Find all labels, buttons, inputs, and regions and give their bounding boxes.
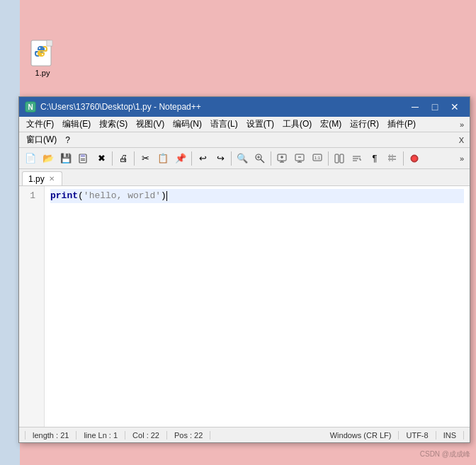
print-button[interactable]: 🖨 bbox=[115, 150, 132, 167]
paren-close: ) bbox=[161, 189, 166, 203]
keyword-print: print bbox=[50, 189, 78, 203]
app-icon: N bbox=[25, 101, 36, 113]
toolbar-sep-7 bbox=[403, 151, 404, 166]
toolbar: 📄 📂 💾 ✖ 🖨 ✂ 📋 📌 ↩ ↪ 🔍 bbox=[19, 148, 470, 169]
status-bar: length : 21 line Ln : 1 Col : 22 Pos : 2… bbox=[19, 427, 470, 442]
code-editor[interactable]: print('hello, world') bbox=[45, 186, 470, 427]
restore-zoom-button[interactable]: 1:1 bbox=[309, 150, 326, 167]
menu-bar-2: 窗口(W) ? X bbox=[19, 132, 470, 148]
menu-bar2-close[interactable]: X bbox=[456, 134, 467, 146]
sync-scroll-button[interactable] bbox=[331, 150, 348, 167]
macro-record-button[interactable] bbox=[406, 150, 423, 167]
status-ins: INS bbox=[436, 431, 464, 440]
open-button[interactable]: 📂 bbox=[40, 150, 57, 167]
menu-help[interactable]: ? bbox=[61, 134, 74, 147]
save-button[interactable]: 💾 bbox=[57, 150, 74, 167]
python-file-image bbox=[28, 39, 57, 67]
undo-button[interactable]: ↩ bbox=[194, 150, 211, 167]
menu-file[interactable]: 文件(F) bbox=[22, 117, 58, 132]
new-button[interactable]: 📄 bbox=[22, 150, 39, 167]
tab-1py[interactable]: 1.py ✕ bbox=[22, 171, 62, 185]
desktop: 1.py N C:\Users\13760\Desktop\1.py - Not… bbox=[0, 0, 476, 465]
toolbar-sep-6 bbox=[328, 151, 329, 166]
paren-open: ( bbox=[78, 189, 84, 203]
zoom-in-button[interactable] bbox=[273, 150, 290, 167]
menu-bar-1: 文件(F) 编辑(E) 搜索(S) 视图(V) 编码(N) 语言(L) 设置(T… bbox=[19, 117, 470, 132]
svg-line-10 bbox=[261, 159, 264, 163]
string-hello: 'hello, world' bbox=[84, 189, 161, 203]
tab-bar: 1.py ✕ bbox=[19, 169, 470, 186]
status-col: Col : 22 bbox=[125, 431, 167, 440]
toolbar-overflow[interactable]: » bbox=[457, 153, 467, 164]
svg-rect-24 bbox=[335, 154, 339, 163]
npp-window: N C:\Users\13760\Desktop\1.py - Notepad+… bbox=[18, 96, 470, 443]
menu-window[interactable]: 窗口(W) bbox=[22, 132, 61, 147]
python-file-icon[interactable]: 1.py bbox=[23, 39, 62, 77]
tab-label: 1.py bbox=[28, 174, 45, 184]
status-length: length : 21 bbox=[25, 431, 76, 440]
menu-macro[interactable]: 宏(M) bbox=[316, 117, 346, 132]
toolbar-sep-1 bbox=[112, 151, 113, 166]
menu-plugins[interactable]: 插件(P) bbox=[383, 117, 420, 132]
title-bar: N C:\Users\13760\Desktop\1.py - Notepad+… bbox=[19, 97, 470, 117]
svg-rect-6 bbox=[81, 154, 85, 157]
maximize-button[interactable]: □ bbox=[426, 100, 444, 114]
menu-tools[interactable]: 工具(O) bbox=[278, 117, 316, 132]
redo-button[interactable]: ↪ bbox=[212, 150, 229, 167]
svg-rect-7 bbox=[81, 159, 85, 159]
find-next-button[interactable] bbox=[251, 150, 268, 167]
menu-view[interactable]: 视图(V) bbox=[132, 117, 169, 132]
status-right-group: Windows (CR LF) UTF-8 INS bbox=[323, 431, 464, 440]
minimize-button[interactable]: ─ bbox=[406, 100, 424, 114]
window-title: C:\Users\13760\Desktop\1.py - Notepad++ bbox=[40, 102, 406, 112]
menu-overflow[interactable]: » bbox=[457, 119, 467, 130]
svg-point-34 bbox=[412, 156, 416, 161]
code-line-1: print('hello, world') bbox=[50, 189, 464, 203]
window-controls: ─ □ ✕ bbox=[406, 100, 464, 114]
toolbar-sep-5 bbox=[271, 151, 271, 166]
find-button[interactable]: 🔍 bbox=[234, 150, 251, 167]
watermark: CSDN @成成峰 bbox=[420, 449, 470, 459]
paste-button[interactable]: 📌 bbox=[172, 150, 189, 167]
desktop-icon-label: 1.py bbox=[23, 69, 62, 77]
svg-rect-8 bbox=[81, 160, 85, 161]
line-numbers: 1 bbox=[19, 186, 45, 427]
close-button[interactable]: ✕ bbox=[446, 100, 464, 114]
status-encoding: UTF-8 bbox=[399, 431, 436, 440]
menu-settings[interactable]: 设置(T) bbox=[242, 117, 278, 132]
menu-edit[interactable]: 编辑(E) bbox=[58, 117, 95, 132]
toolbar-sep-4 bbox=[231, 151, 232, 166]
word-wrap-button[interactable] bbox=[348, 150, 366, 167]
line-number-1: 1 bbox=[19, 189, 40, 203]
toolbar-sep-2 bbox=[134, 151, 135, 166]
close-file-button[interactable]: ✖ bbox=[93, 150, 110, 167]
status-line: line Ln : 1 bbox=[76, 431, 125, 440]
menu-search[interactable]: 搜索(S) bbox=[95, 117, 132, 132]
tab-close-button[interactable]: ✕ bbox=[47, 175, 56, 183]
svg-text:N: N bbox=[28, 103, 33, 111]
text-cursor bbox=[166, 189, 167, 203]
cut-button[interactable]: ✂ bbox=[137, 150, 154, 167]
copy-button[interactable]: 📋 bbox=[154, 150, 171, 167]
all-chars-button[interactable]: ¶ bbox=[366, 150, 383, 167]
svg-rect-25 bbox=[340, 154, 344, 163]
left-strip bbox=[0, 0, 20, 465]
editor-area[interactable]: 1 print('hello, world') bbox=[19, 186, 470, 427]
menu-language[interactable]: 语言(L) bbox=[206, 117, 242, 132]
status-line-ending: Windows (CR LF) bbox=[323, 431, 400, 440]
menu-encoding[interactable]: 编码(N) bbox=[169, 117, 206, 132]
save-all-button[interactable] bbox=[75, 150, 92, 167]
status-pos: Pos : 22 bbox=[167, 431, 210, 440]
zoom-out-button[interactable] bbox=[291, 150, 308, 167]
indent-guide-button[interactable] bbox=[384, 150, 401, 167]
svg-text:1:1: 1:1 bbox=[314, 156, 321, 160]
svg-rect-2 bbox=[47, 40, 52, 46]
menu-run[interactable]: 运行(R) bbox=[346, 117, 383, 132]
toolbar-sep-3 bbox=[191, 151, 192, 166]
